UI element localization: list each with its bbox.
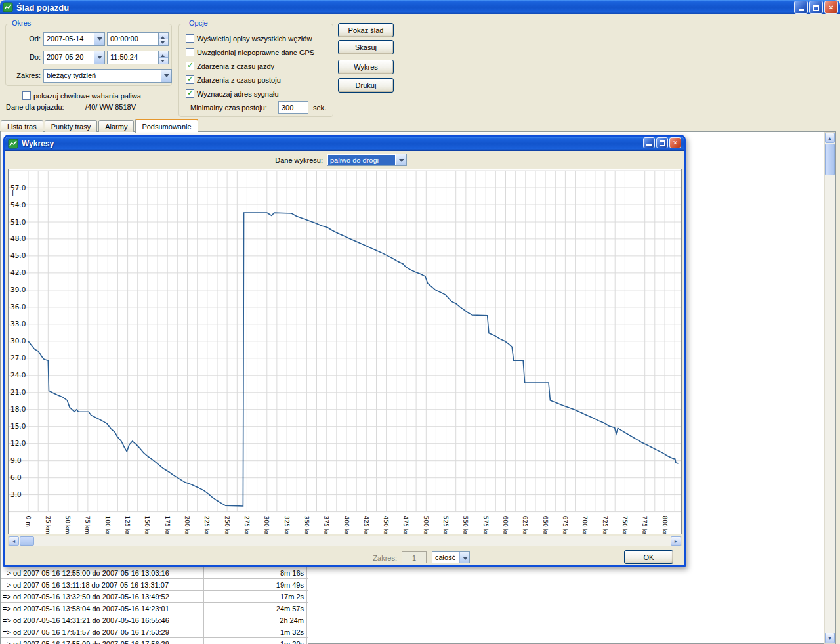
svg-text:550 km: 550 km	[462, 516, 469, 534]
chevron-down-icon[interactable]	[161, 70, 171, 82]
svg-text:800 km: 800 km	[662, 516, 668, 534]
tab-podsumowanie[interactable]: Podsumowanie	[135, 119, 198, 133]
svg-text:400 km: 400 km	[343, 516, 350, 534]
option-zdarzenia-jazdy[interactable]: ✓ Zdarzenia z czasu jazdy	[186, 61, 274, 71]
main-titlebar[interactable]: Ślad pojazdu ✕	[0, 0, 840, 14]
chart-horizontal-scrollbar[interactable]: ◄ ►	[8, 536, 682, 546]
checkbox-label: Wyznaczaj adres sygnału	[197, 90, 279, 98]
window-controls: ✕	[642, 137, 681, 148]
checkbox-icon[interactable]: ✓	[22, 91, 31, 100]
maximize-icon[interactable]	[656, 137, 668, 148]
scroll-left-icon[interactable]: ◄	[9, 536, 19, 546]
zakres-combo[interactable]: bieżący tydzień	[43, 69, 172, 83]
option-wyznaczaj-adres[interactable]: ✓ Wyznaczaj adres sygnału	[186, 89, 279, 98]
window-controls: ✕	[793, 1, 838, 14]
pokazuj-wahania-checkbox[interactable]: ✓ pokazuj chwilowe wahania paliwa	[22, 91, 141, 100]
do-date-combo[interactable]: 2007-05-20	[43, 51, 105, 64]
chevron-down-icon[interactable]	[94, 51, 104, 64]
app-icon	[3, 2, 13, 12]
checkbox-label: pokazuj chwilowe wahania paliwa	[33, 92, 141, 100]
checkbox-icon[interactable]: ✓	[186, 89, 194, 98]
spin-up-icon[interactable]	[159, 51, 168, 57]
checkbox-label: Wyświetlaj opisy wszystkich węzłów	[197, 35, 312, 43]
spin-down-icon[interactable]	[159, 57, 168, 64]
chevron-down-icon[interactable]	[94, 33, 104, 45]
table-row[interactable]: => od 2007-05-16 13:32:50 do 2007-05-16 …	[1, 591, 308, 603]
skasuj-button[interactable]: Skasuj	[338, 40, 394, 54]
table-row[interactable]: => od 2007-05-16 14:31:21 do 2007-05-16 …	[1, 614, 308, 626]
table-row[interactable]: => od 2007-05-16 17:51:57 do 2007-05-16 …	[1, 626, 308, 638]
chart-zakres-input[interactable]: 1	[402, 551, 427, 563]
svg-text:675 km: 675 km	[562, 516, 568, 534]
spin-down-icon[interactable]	[159, 39, 168, 45]
svg-text:48.0: 48.0	[10, 234, 26, 242]
svg-text:725 km: 725 km	[602, 516, 608, 534]
close-icon[interactable]: ✕	[824, 1, 838, 14]
do-time-spinner[interactable]	[158, 51, 168, 64]
do-time-field[interactable]: 11:50:24	[107, 51, 169, 64]
minimize-icon[interactable]	[794, 1, 808, 14]
duration-cell: 19m 49s	[204, 579, 307, 590]
svg-text:450 km: 450 km	[383, 516, 389, 534]
wykresy-icon	[8, 139, 18, 149]
od-time-field[interactable]: 00:00:00	[107, 32, 169, 46]
checkbox-icon[interactable]: ✓	[186, 62, 194, 70]
svg-text:275 km: 275 km	[243, 516, 250, 534]
svg-text:21.0: 21.0	[10, 388, 26, 396]
spin-up-icon[interactable]	[159, 33, 168, 39]
main-vertical-scrollbar[interactable]: ▲ ▼	[824, 132, 835, 644]
checkbox-icon[interactable]: ✓	[186, 48, 194, 56]
table-row[interactable]: => od 2007-05-16 17:55:09 do 2007-05-16 …	[1, 638, 308, 644]
tab-alarmy[interactable]: Alarmy	[98, 120, 134, 132]
chart-zakres-mode-combo[interactable]: całość	[432, 551, 470, 563]
chevron-down-icon[interactable]	[396, 154, 406, 165]
ok-button[interactable]: OK	[624, 550, 673, 564]
od-date-combo[interactable]: 2007-05-14	[43, 32, 105, 46]
checkbox-icon[interactable]: ✓	[186, 34, 194, 43]
period-cell: => od 2007-05-16 14:31:21 do 2007-05-16 …	[1, 614, 204, 626]
option-uwzgledniaj-gps[interactable]: ✓ Uwzględniaj niepoprawne dane GPS	[186, 47, 314, 57]
period-cell: => od 2007-05-16 17:51:57 do 2007-05-16 …	[1, 626, 204, 637]
min-czas-label: Minimalny czas postoju:	[190, 104, 267, 112]
svg-text:54.0: 54.0	[10, 201, 26, 209]
drukuj-button[interactable]: Drukuj	[338, 78, 394, 93]
wykres-button[interactable]: Wykres	[338, 60, 394, 74]
svg-text:30.0: 30.0	[10, 337, 26, 345]
close-icon[interactable]: ✕	[669, 137, 681, 148]
zakres-label: Zakres:	[9, 72, 41, 79]
pokaz-slad-button[interactable]: Pokaż ślad	[338, 23, 394, 37]
checkbox-icon[interactable]: ✓	[186, 75, 194, 84]
period-cell: => od 2007-05-16 13:32:50 do 2007-05-16 …	[1, 591, 204, 602]
duration-cell: 8m 16s	[204, 567, 307, 578]
duration-cell: 17m 2s	[204, 591, 307, 602]
table-row[interactable]: => od 2007-05-16 12:55:00 do 2007-05-16 …	[1, 567, 308, 579]
scroll-up-icon[interactable]: ▲	[825, 133, 835, 143]
wykresy-titlebar[interactable]: Wykresy ✕	[5, 137, 684, 151]
svg-text:39.0: 39.0	[10, 286, 26, 293]
okres-group-label: Okres	[10, 19, 33, 27]
chevron-down-icon[interactable]	[459, 552, 469, 563]
svg-text:300 km: 300 km	[263, 516, 270, 534]
svg-text:750 km: 750 km	[621, 516, 628, 534]
option-zdarzenia-postoju[interactable]: ✓ Zdarzenia z czasu postoju	[186, 75, 281, 85]
scroll-right-icon[interactable]: ►	[671, 536, 681, 546]
min-czas-input[interactable]: 300	[278, 101, 308, 114]
minimize-icon[interactable]	[643, 137, 655, 148]
dane-wykresu-combo[interactable]: paliwo do drogi	[327, 154, 407, 166]
option-wyswietlaj-opisy[interactable]: ✓ Wyświetlaj opisy wszystkich węzłów	[186, 33, 312, 43]
table-row[interactable]: => od 2007-05-16 13:58:04 do 2007-05-16 …	[1, 603, 308, 614]
scrollbar-thumb[interactable]	[825, 144, 835, 175]
scroll-down-icon[interactable]: ▼	[825, 633, 835, 643]
od-time-spinner[interactable]	[158, 33, 168, 45]
tab-punkty-trasy[interactable]: Punkty trasy	[45, 120, 98, 132]
svg-text:25 km: 25 km	[45, 516, 51, 534]
tab-lista-tras[interactable]: Lista tras	[1, 120, 43, 132]
svg-text:100 km: 100 km	[104, 516, 111, 534]
svg-text:625 km: 625 km	[522, 516, 528, 534]
scrollbar-thumb[interactable]	[20, 536, 34, 546]
period-cell: => od 2007-05-16 12:55:00 do 2007-05-16 …	[1, 567, 204, 578]
maximize-icon[interactable]	[809, 1, 823, 14]
svg-text:33.0: 33.0	[10, 320, 26, 328]
table-row[interactable]: => od 2007-05-16 13:11:18 do 2007-05-16 …	[1, 579, 308, 591]
svg-text:12.0: 12.0	[10, 439, 26, 447]
